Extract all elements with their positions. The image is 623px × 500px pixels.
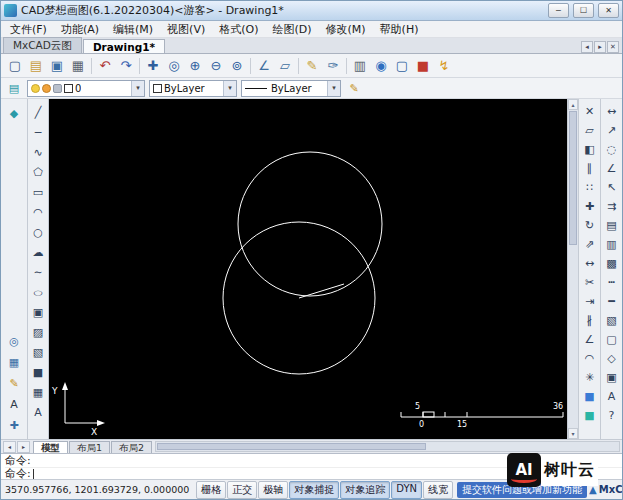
menu-format[interactable]: 格式(O) <box>212 21 265 38</box>
open-file-button[interactable]: ▤ <box>26 56 46 76</box>
insert-block-button[interactable]: ▣ <box>29 303 47 321</box>
toggle-polar[interactable]: 极轴 <box>258 481 288 499</box>
layout-tab-layout2[interactable]: 布局2 <box>111 441 152 453</box>
dim-continue-button[interactable]: ⇉ <box>603 197 621 215</box>
draw-polyline-button[interactable]: ∿ <box>29 143 47 161</box>
toggle-lineweight[interactable]: 线宽 <box>423 481 453 499</box>
draw-spline-button[interactable]: ∼ <box>29 263 47 281</box>
dim-aligned-button[interactable]: ↗ <box>603 121 621 139</box>
grid-settings-button[interactable]: ▦ <box>5 353 23 371</box>
annotate-button[interactable]: ✎ <box>5 374 23 392</box>
color-select[interactable]: ByLayer ▾ <box>149 80 237 97</box>
chevron-down-icon[interactable]: ▾ <box>223 81 236 96</box>
draw-table-button[interactable]: ▦ <box>29 383 47 401</box>
draw-order-button[interactable]: ✎ <box>345 79 363 97</box>
draw-ellipse-button[interactable]: ○ <box>29 283 47 301</box>
explode-button[interactable]: ✳ <box>581 368 599 386</box>
doc-tab-1[interactable]: MxCAD云图 <box>3 37 82 53</box>
menu-view[interactable]: 视图(V) <box>160 21 212 38</box>
chevron-down-icon[interactable]: ▾ <box>131 81 144 96</box>
dim-angular-button[interactable]: ∠ <box>603 159 621 177</box>
plot-button[interactable]: ▦ <box>68 56 88 76</box>
layout-tab-layout1[interactable]: 布局1 <box>69 441 110 453</box>
toggle-dyn[interactable]: DYN <box>391 481 422 499</box>
pan-button[interactable]: ✚ <box>143 56 163 76</box>
scroll-up-button[interactable]: ▴ <box>568 99 578 110</box>
redo-button[interactable]: ↷ <box>116 56 136 76</box>
area-query-button[interactable]: ▱ <box>275 56 295 76</box>
dim-radius-button[interactable]: ◌ <box>603 140 621 158</box>
minimize-button[interactable]: ─ <box>548 3 569 18</box>
toggle-otrack[interactable]: 对象追踪 <box>340 481 390 499</box>
draw-region-button[interactable]: ■ <box>29 363 47 381</box>
export-pdf-button[interactable]: ■ <box>413 56 433 76</box>
rotate-button[interactable]: ↻ <box>581 216 599 234</box>
scroll-down-button[interactable]: ▾ <box>568 428 578 439</box>
tab-scroll-right-button[interactable]: ▸ <box>594 41 606 53</box>
move-view-button[interactable]: ✚ <box>5 416 23 434</box>
zoom-out-button[interactable]: ⊖ <box>206 56 226 76</box>
export-print-button[interactable]: ▥ <box>350 56 370 76</box>
zoom-extents-button[interactable]: ⊚ <box>227 56 247 76</box>
toggle-grid[interactable]: 栅格 <box>196 481 226 499</box>
draw-panel-toggle-button[interactable]: ◆ <box>5 104 23 122</box>
draw-arc-button[interactable]: ◠ <box>29 203 47 221</box>
menu-help[interactable]: 帮助(H) <box>373 21 426 38</box>
array-button[interactable]: ∷ <box>581 178 599 196</box>
lineweight-button[interactable]: ━ <box>603 292 621 310</box>
iso-view-button[interactable]: ◇ <box>603 349 621 367</box>
share-screen-button[interactable]: ▢ <box>392 56 412 76</box>
color-teal-chip-button[interactable]: ■ <box>581 406 599 424</box>
publish-web-button[interactable]: ◉ <box>371 56 391 76</box>
break-button[interactable]: ∦ <box>581 311 599 329</box>
help-tool-button[interactable]: ? <box>603 406 621 424</box>
measure-button[interactable]: ∠ <box>254 56 274 76</box>
draw-circle-button[interactable]: ○ <box>29 223 47 241</box>
draw-hatch-button[interactable]: ▨ <box>29 323 47 341</box>
stretch-button[interactable]: ↔ <box>581 254 599 272</box>
tab-close-button[interactable]: ✕ <box>607 41 619 53</box>
menu-function[interactable]: 功能(A) <box>54 21 106 38</box>
mirror-button[interactable]: ◧ <box>581 140 599 158</box>
menu-file[interactable]: 文件(F) <box>3 21 54 38</box>
extend-button[interactable]: ⇥ <box>581 292 599 310</box>
zoom-in-button[interactable]: ⊕ <box>185 56 205 76</box>
layout-tab-model[interactable]: 模型 <box>33 441 68 453</box>
linetype-button[interactable]: ┅ <box>603 273 621 291</box>
maximize-button[interactable]: ☐ <box>573 3 594 18</box>
toggle-osnap[interactable]: 对象捕捉 <box>289 481 339 499</box>
draw-xline-button[interactable]: ─ <box>29 123 47 141</box>
color-palette-button[interactable]: ▩ <box>603 254 621 272</box>
layer-states-button[interactable]: ▥ <box>603 235 621 253</box>
menu-draw[interactable]: 绘图(D) <box>265 21 318 38</box>
text-tool-button[interactable]: A <box>603 387 621 405</box>
horizontal-scroll-thumb[interactable] <box>157 443 425 450</box>
zoom-window-button[interactable]: ◎ <box>164 56 184 76</box>
menu-modify[interactable]: 修改(M) <box>319 21 373 38</box>
close-button[interactable]: ✕ <box>598 3 619 18</box>
move-button[interactable]: ✚ <box>581 197 599 215</box>
leader-button[interactable]: ↖ <box>603 178 621 196</box>
osnap-settings-button[interactable]: ◎ <box>5 332 23 350</box>
tab-scroll-left-button[interactable]: ◂ <box>581 41 593 53</box>
vertical-scrollbar[interactable]: ▴ ▾ <box>567 99 578 439</box>
layer-select[interactable]: 0 ▾ <box>27 80 145 97</box>
undo-button[interactable]: ↶ <box>95 56 115 76</box>
properties-button[interactable]: ▧ <box>603 311 621 329</box>
new-file-button[interactable]: ▢ <box>5 56 25 76</box>
draw-line-button[interactable]: ╱ <box>29 103 47 121</box>
text-style-button[interactable]: A <box>5 395 23 413</box>
layer-manager-button[interactable]: ▤ <box>5 79 23 97</box>
drawing-canvas[interactable]: YX501536 <box>49 99 567 439</box>
scale-button[interactable]: ⇗ <box>581 235 599 253</box>
color-blue-chip-button[interactable]: ■ <box>581 387 599 405</box>
toggle-ortho[interactable]: 正交 <box>227 481 257 499</box>
dim-linear-button[interactable]: ↔ <box>603 102 621 120</box>
match-properties-button[interactable]: ✑ <box>323 56 343 76</box>
drawn-circle-1[interactable] <box>238 152 382 296</box>
draw-rectangle-button[interactable]: ▭ <box>29 183 47 201</box>
draw-revcloud-button[interactable]: ☁ <box>29 243 47 261</box>
vertical-scroll-track[interactable] <box>568 110 578 428</box>
layout-next-button[interactable]: ▸ <box>17 441 30 453</box>
fillet-button[interactable]: ◠ <box>581 349 599 367</box>
